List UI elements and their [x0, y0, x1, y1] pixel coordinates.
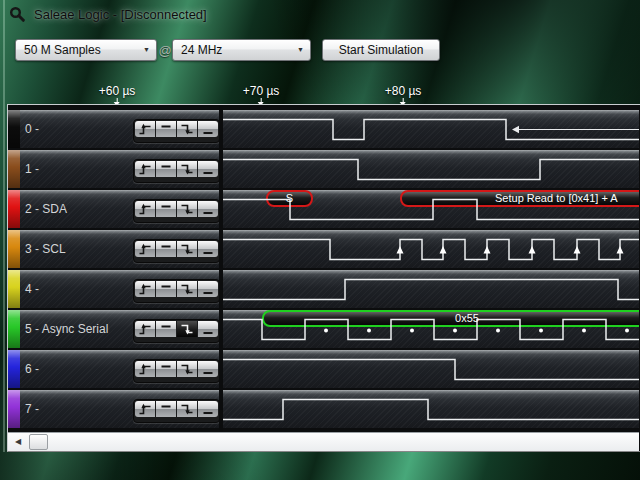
- scrollbar-thumb[interactable]: [29, 434, 48, 450]
- channel-label: 2 - SDA: [25, 190, 67, 228]
- waveform-area[interactable]: [223, 270, 639, 308]
- start-simulation-button[interactable]: Start Simulation: [322, 39, 440, 61]
- channel-row-7: 7 -: [8, 390, 639, 428]
- waveform-channel-0[interactable]: [223, 110, 639, 148]
- channel-color-strip: [8, 390, 20, 428]
- channel-color-strip: [8, 270, 20, 308]
- trigger-button-group: [133, 399, 220, 423]
- falling-edge-trigger-button[interactable]: [177, 241, 197, 257]
- title-bar: Saleae Logic - [Disconnected]: [9, 6, 207, 23]
- falling-edge-trigger-button[interactable]: [177, 161, 197, 177]
- trigger-button-group: [133, 199, 220, 223]
- channel-row-0: 0 -: [8, 110, 639, 148]
- rising-edge-trigger-button[interactable]: [135, 281, 155, 297]
- channel-row-5: 5 - Async Serial0x55: [8, 310, 639, 348]
- chevron-down-icon: ▼: [297, 40, 304, 60]
- scroll-left-button[interactable]: ◀: [10, 434, 26, 449]
- channel-label: 0 -: [25, 110, 39, 148]
- low-level-trigger-button[interactable]: [198, 161, 218, 177]
- bit-sample-dot: [324, 329, 328, 333]
- low-level-trigger-button[interactable]: [198, 281, 218, 297]
- time-marker-label: +60 µs: [99, 84, 136, 98]
- high-level-trigger-button[interactable]: [156, 241, 176, 257]
- high-level-trigger-button[interactable]: [156, 321, 176, 337]
- rising-edge-trigger-button[interactable]: [135, 401, 155, 417]
- channel-color-strip: [8, 190, 20, 228]
- annotation-label: S: [266, 190, 313, 207]
- high-level-trigger-button[interactable]: [156, 201, 176, 217]
- falling-edge-trigger-button[interactable]: [177, 361, 197, 377]
- horizontal-scrollbar[interactable]: ◀: [8, 432, 639, 451]
- samples-dropdown-value: 50 M Samples: [24, 43, 101, 57]
- channel-row-2: 2 - SDASSetup Read to [0x41] + A: [8, 190, 639, 228]
- high-level-trigger-button[interactable]: [156, 161, 176, 177]
- channel-label: 3 - SCL: [25, 230, 66, 268]
- rising-edge-trigger-button[interactable]: [135, 161, 155, 177]
- rising-edge-trigger-button[interactable]: [135, 241, 155, 257]
- time-ruler: +60 µs+70 µs+80 µs: [0, 84, 640, 106]
- waveform-area[interactable]: [223, 110, 639, 148]
- clock-rise-arrow-icon: [397, 246, 404, 254]
- channel-color-strip: [8, 350, 20, 388]
- falling-edge-trigger-button[interactable]: [177, 121, 197, 137]
- waveform-channel-4[interactable]: [223, 270, 639, 308]
- time-marker-label: +80 µs: [385, 84, 422, 98]
- window-title: Saleae Logic - [Disconnected]: [34, 7, 207, 22]
- falling-edge-trigger-button[interactable]: [177, 321, 197, 337]
- waveform-area[interactable]: [223, 150, 639, 188]
- waveform-area[interactable]: [223, 230, 639, 268]
- window-left-border: [3, 0, 5, 452]
- falling-edge-trigger-button[interactable]: [177, 201, 197, 217]
- sample-rate-dropdown[interactable]: 24 MHz ▼: [172, 39, 311, 61]
- waveform-area[interactable]: [223, 350, 639, 388]
- high-level-trigger-button[interactable]: [156, 401, 176, 417]
- trigger-button-group: [133, 279, 220, 303]
- low-level-trigger-button[interactable]: [198, 401, 218, 417]
- rising-edge-trigger-button[interactable]: [135, 121, 155, 137]
- waveform-channel-7[interactable]: [223, 390, 639, 428]
- channel-color-strip: [8, 230, 20, 268]
- waveform-channel-1[interactable]: [223, 150, 639, 188]
- waveform-channel-3[interactable]: [223, 230, 639, 268]
- low-level-trigger-button[interactable]: [198, 321, 218, 337]
- low-level-trigger-button[interactable]: [198, 121, 218, 137]
- annotation-label: 0x55: [262, 310, 639, 327]
- bit-sample-dot: [453, 329, 457, 333]
- bit-sample-dot: [496, 329, 500, 333]
- low-level-trigger-button[interactable]: [198, 201, 218, 217]
- rising-edge-trigger-button[interactable]: [135, 201, 155, 217]
- waveform-channel-6[interactable]: [223, 350, 639, 388]
- high-level-trigger-button[interactable]: [156, 361, 176, 377]
- low-level-trigger-button[interactable]: [198, 241, 218, 257]
- chevron-down-icon: ▼: [143, 40, 150, 60]
- channel-row-1: 1 -: [8, 150, 639, 188]
- trigger-button-group: [133, 159, 220, 183]
- clock-rise-arrow-icon: [440, 246, 447, 254]
- saleae-logic-window: Saleae Logic - [Disconnected] 50 M Sampl…: [0, 0, 640, 480]
- bit-sample-dot: [367, 329, 371, 333]
- search-icon: [9, 6, 26, 23]
- rising-edge-trigger-button[interactable]: [135, 361, 155, 377]
- waveform-area[interactable]: SSetup Read to [0x41] + A: [223, 190, 639, 228]
- trigger-button-group: [133, 319, 220, 343]
- high-level-trigger-button[interactable]: [156, 121, 176, 137]
- channel-label: 1 -: [25, 150, 39, 188]
- channel-color-strip: [8, 110, 20, 148]
- rising-edge-trigger-button[interactable]: [135, 321, 155, 337]
- channel-row-3: 3 - SCL: [8, 230, 639, 268]
- channel-color-strip: [8, 310, 20, 348]
- falling-edge-trigger-button[interactable]: [177, 281, 197, 297]
- sample-rate-dropdown-value: 24 MHz: [181, 43, 222, 57]
- falling-edge-trigger-button[interactable]: [177, 401, 197, 417]
- low-level-trigger-button[interactable]: [198, 361, 218, 377]
- waveform-area[interactable]: 0x55: [223, 310, 639, 348]
- bit-sample-dot: [410, 329, 414, 333]
- waveform-area[interactable]: [223, 390, 639, 428]
- samples-dropdown[interactable]: 50 M Samples ▼: [15, 39, 157, 61]
- clock-rise-arrow-icon: [574, 246, 581, 254]
- channel-color-strip: [8, 150, 20, 188]
- time-marker-label: +70 µs: [243, 84, 280, 98]
- bit-sample-dot: [625, 329, 629, 333]
- channel-rows: 0 -1 -2 - SDASSetup Read to [0x41] + A3 …: [8, 105, 639, 432]
- high-level-trigger-button[interactable]: [156, 281, 176, 297]
